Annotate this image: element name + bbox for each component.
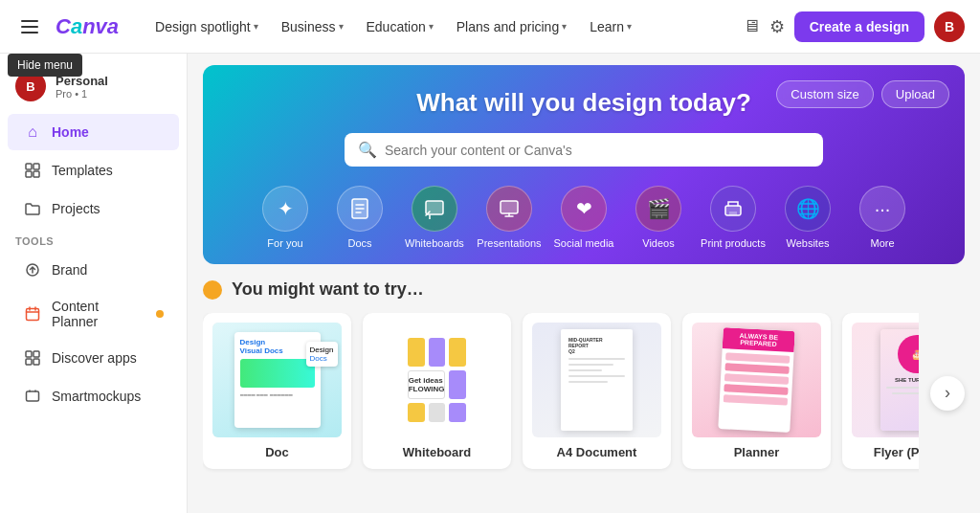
card-planner[interactable]: ALWAYS BE PREPARED	[682, 313, 831, 469]
presentations-icon	[486, 186, 532, 232]
svg-rect-0	[26, 164, 32, 169]
svg-rect-5	[27, 309, 39, 321]
category-presentations[interactable]: Presentations	[476, 186, 543, 249]
hero-banner: Custom size Upload What will you design …	[203, 65, 965, 264]
whiteboard-preview: Get ideasFLOWING	[372, 323, 501, 437]
category-social-media[interactable]: ❤ Social media	[550, 186, 617, 249]
svg-rect-3	[33, 171, 39, 177]
content-planner-icon	[23, 304, 42, 323]
websites-icon: 🌐	[785, 186, 831, 232]
category-websites[interactable]: 🌐 Websites	[774, 186, 841, 249]
sidebar-item-brand[interactable]: Brand	[8, 252, 179, 288]
chevron-down-icon: ▾	[429, 21, 434, 32]
templates-icon	[23, 161, 42, 180]
smartmockups-icon	[23, 387, 42, 406]
upload-button[interactable]: Upload	[881, 80, 949, 108]
avatar[interactable]: B	[934, 11, 965, 42]
home-icon: ⌂	[23, 123, 42, 142]
nav-learn[interactable]: Learn ▾	[580, 13, 641, 40]
monitor-icon[interactable]: 🖥	[743, 16, 760, 36]
svg-rect-8	[26, 359, 32, 365]
sidebar-item-home[interactable]: ⌂ Home	[8, 114, 179, 150]
svg-rect-13	[501, 201, 518, 213]
nav-education[interactable]: Education ▾	[357, 13, 443, 40]
hero-action-buttons: Custom size Upload	[776, 80, 949, 108]
suggestions-title: You might want to try…	[232, 279, 424, 300]
sidebar-item-discover-apps[interactable]: Discover apps	[8, 340, 179, 376]
suggestions-header: You might want to try…	[203, 279, 965, 300]
chevron-right-icon: ›	[945, 383, 950, 403]
category-videos[interactable]: 🎬 Videos	[625, 186, 692, 249]
card-a4-document[interactable]: MID-QUARTERREPORTQ2 A4 Document	[523, 313, 671, 469]
main-content: Custom size Upload What will you design …	[188, 54, 980, 513]
card-a4-label: A4 Document	[532, 445, 661, 459]
create-design-button[interactable]: Create a design	[794, 11, 924, 42]
notification-dot	[156, 310, 164, 318]
search-icon: 🔍	[358, 141, 377, 159]
svg-rect-2	[26, 171, 32, 177]
folder-icon	[23, 199, 42, 218]
sidebar-item-projects[interactable]: Projects	[8, 190, 179, 227]
search-input[interactable]	[385, 143, 810, 158]
categories: ✦ For you Docs Whiteboards	[222, 186, 946, 249]
chevron-down-icon: ▾	[562, 21, 567, 32]
videos-icon: 🎬	[635, 186, 681, 232]
category-docs[interactable]: Docs	[326, 186, 393, 249]
sidebar-pro-label: Pro • 1	[56, 88, 108, 100]
header-left: Canva Design spotlight ▾ Business ▾ Educ…	[15, 13, 641, 40]
next-card-button[interactable]: ›	[930, 376, 965, 411]
svg-rect-6	[26, 351, 32, 357]
tools-section-label: Tools	[0, 228, 187, 251]
chevron-down-icon: ▾	[627, 21, 632, 32]
card-doc-label: Doc	[212, 445, 342, 459]
logo[interactable]: Canva	[56, 14, 119, 39]
discover-apps-icon	[23, 348, 42, 368]
header-right: 🖥 ⚙ Create a design B	[743, 11, 965, 42]
category-print-products[interactable]: Print products	[700, 186, 767, 249]
hide-menu-tooltip: Hide menu	[8, 54, 82, 77]
planner-preview: ALWAYS BE PREPARED	[692, 323, 821, 437]
custom-size-button[interactable]: Custom size	[776, 80, 874, 108]
category-more[interactable]: ··· More	[849, 186, 916, 249]
a4-preview: MID-QUARTERREPORTQ2	[532, 323, 661, 437]
svg-rect-15	[729, 212, 737, 215]
nav-design-spotlight[interactable]: Design spotlight ▾	[145, 13, 268, 40]
chevron-down-icon: ▾	[254, 21, 258, 32]
more-icon: ···	[859, 186, 905, 232]
print-products-icon	[710, 186, 756, 232]
card-planner-label: Planner	[692, 445, 821, 459]
logo-text: Canva	[56, 14, 119, 39]
doc-preview: Design Visual Docs ━━━━ ━━━ ━━━━━━ Desig…	[212, 323, 342, 437]
sidebar: B Personal Pro • 1 ⌂ Home Templates Proj…	[0, 54, 188, 513]
card-whiteboard[interactable]: Get ideasFLOWING Whiteboard	[363, 313, 511, 469]
category-whiteboards[interactable]: Whiteboards	[401, 186, 468, 249]
card-whiteboard-label: Whiteboard	[372, 445, 501, 459]
flyer-preview: 🎂 SHE TURNS 30!	[852, 323, 919, 437]
main-nav: Design spotlight ▾ Business ▾ Education …	[145, 13, 641, 40]
chevron-down-icon: ▾	[339, 21, 344, 32]
hamburger-menu-button[interactable]	[15, 14, 44, 39]
social-media-icon: ❤	[561, 186, 607, 232]
category-for-you[interactable]: ✦ For you	[252, 186, 319, 249]
sidebar-user-info: Personal Pro • 1	[56, 74, 108, 100]
sidebar-item-smartmockups[interactable]: Smartmockups	[8, 378, 179, 414]
svg-rect-1	[33, 164, 39, 169]
card-flyer[interactable]: 🎂 SHE TURNS 30! Flyer (Portrait)	[842, 313, 919, 469]
card-flyer-label: Flyer (Portrait)	[852, 445, 919, 459]
card-doc[interactable]: Design Visual Docs ━━━━ ━━━ ━━━━━━ Desig…	[203, 313, 351, 469]
sidebar-item-templates[interactable]: Templates	[8, 152, 179, 189]
svg-rect-10	[27, 391, 39, 401]
docs-icon	[337, 186, 383, 232]
nav-plans-pricing[interactable]: Plans and pricing ▾	[447, 13, 576, 40]
svg-rect-7	[33, 351, 39, 357]
header: Canva Design spotlight ▾ Business ▾ Educ…	[0, 0, 980, 54]
for-you-icon: ✦	[262, 186, 308, 232]
sidebar-item-content-planner[interactable]: Content Planner	[8, 290, 179, 338]
suggestions-dot	[203, 280, 222, 300]
suggestion-cards: Design Visual Docs ━━━━ ━━━ ━━━━━━ Desig…	[203, 313, 919, 473]
nav-business[interactable]: Business ▾	[272, 13, 353, 40]
settings-icon[interactable]: ⚙	[769, 16, 785, 37]
whiteboards-icon	[412, 186, 457, 232]
layout: B Personal Pro • 1 ⌂ Home Templates Proj…	[0, 54, 980, 513]
svg-rect-9	[33, 359, 39, 365]
